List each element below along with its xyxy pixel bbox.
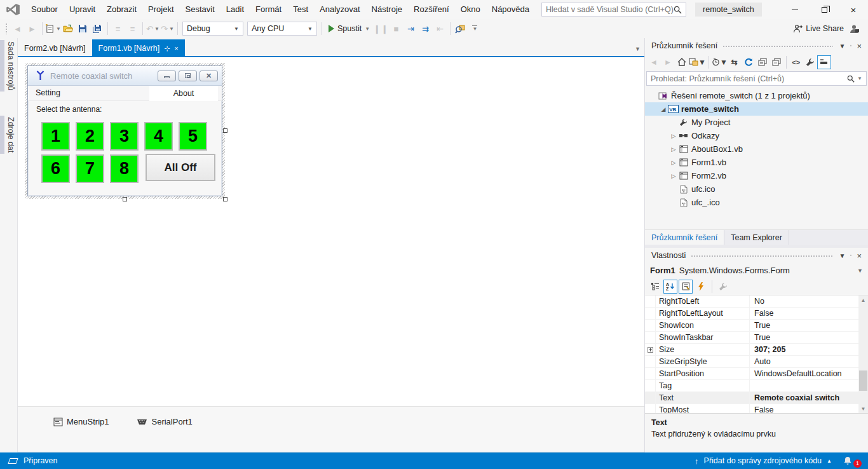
property-value[interactable] (750, 380, 858, 391)
start-debugging-button[interactable]: Spustit ▼ (325, 24, 374, 33)
solution-explorer-header[interactable]: Průzkumník řešení ▼ × (645, 38, 868, 53)
bottom-tab-team-explorer[interactable]: Team Explorer (724, 230, 789, 245)
menu-napoveda[interactable]: Nápověda (486, 0, 535, 19)
navigate-back-button[interactable]: ◄ (10, 22, 25, 36)
document-list-dropdown-icon[interactable]: ▼ (635, 46, 641, 52)
antenna-button-8[interactable]: 8 (110, 154, 139, 183)
property-pages-button[interactable] (716, 280, 730, 294)
property-row-text[interactable]: TextRemote coaxial switch (645, 392, 858, 404)
tree-item-remote-switch[interactable]: ◢VBremote_switch (645, 102, 868, 116)
forward-button[interactable]: ► (661, 55, 675, 69)
data-sources-tab[interactable]: Zdroje dat (0, 116, 17, 154)
menu-soubor[interactable]: Soubor (25, 0, 64, 19)
expander-icon[interactable]: ▷ (669, 160, 678, 166)
property-row-showicon[interactable]: ShowIconTrue (645, 320, 858, 332)
menu-analyzovat[interactable]: Analyzovat (314, 0, 366, 19)
find-in-files-button[interactable] (453, 22, 468, 36)
antenna-button-4[interactable]: 4 (144, 122, 173, 151)
antenna-button-6[interactable]: 6 (41, 154, 70, 183)
pin-icon[interactable] (848, 252, 854, 259)
pause-button[interactable]: ❙❙ (374, 22, 389, 36)
home-button[interactable] (675, 55, 689, 69)
property-value[interactable]: False (750, 308, 858, 319)
expander-icon[interactable]: ▷ (669, 146, 678, 153)
close-tab-icon[interactable]: × (174, 44, 178, 52)
live-share-button[interactable]: Live Share (793, 24, 844, 33)
tree-item-form1-vb[interactable]: ▷Form1.vb (645, 156, 868, 169)
property-row-righttoleft[interactable]: RightToLeftNo (645, 296, 858, 308)
property-value[interactable]: False (750, 404, 858, 413)
tree-item-form2-vb[interactable]: ▷Form2.vb (645, 169, 868, 182)
pending-changes-filter-button[interactable]: ▼ (712, 55, 728, 69)
new-project-button[interactable]: ▼ (45, 22, 61, 36)
document-tab-2[interactable]: Form1.vb [Návrh]⊹× (92, 39, 185, 57)
properties-view-button[interactable] (679, 280, 693, 294)
toolbar-overflow-button[interactable]: ▼ (468, 22, 482, 36)
chevron-down-icon[interactable]: ▼ (837, 43, 848, 50)
refresh-button[interactable] (742, 55, 756, 69)
property-row-showintaskbar[interactable]: ShowInTaskbarTrue (645, 332, 858, 344)
form-close-button[interactable]: ✕ (200, 71, 218, 81)
categorized-button[interactable] (648, 280, 662, 294)
show-all-files-button[interactable] (770, 55, 783, 69)
property-grid-scrollbar[interactable]: ▲ ▼ (858, 296, 868, 413)
menu-zobrazit[interactable]: Zobrazit (101, 0, 142, 19)
object-selector[interactable]: Form1 System.Windows.Forms.Form ▼ (645, 263, 868, 278)
form-minimize-button[interactable] (158, 71, 176, 81)
tree-item-odkazy[interactable]: ▷Odkazy (645, 129, 868, 142)
form-maximize-button[interactable] (179, 71, 197, 81)
save-button[interactable] (76, 22, 90, 36)
view-code-button[interactable]: <> (789, 55, 803, 69)
quick-search-box[interactable]: Hledat v sadě Visual Studio (Ctrl+Q) (541, 3, 686, 17)
add-to-source-control-button[interactable]: Přidat do správy zdrojového kódu (704, 456, 822, 465)
tree-item-ufc-ico[interactable]: ufc.ico (645, 182, 868, 196)
antenna-button-5[interactable]: 5 (179, 122, 207, 151)
property-row-righttoleftlayout[interactable]: RightToLeftLayoutFalse (645, 308, 858, 320)
events-button[interactable] (694, 280, 708, 294)
document-tab-1[interactable]: Form2.vb [Návrh] (18, 39, 92, 57)
menu-item-setting[interactable]: Setting (36, 88, 60, 97)
property-value[interactable]: WindowsDefaultLocation (750, 368, 858, 379)
resize-grip-right[interactable] (223, 128, 227, 133)
alphabetical-sort-button[interactable]: AZ (663, 280, 677, 294)
expander-icon[interactable]: ◢ (659, 106, 668, 112)
stop-button[interactable]: ■ (389, 22, 403, 36)
collapse-all-button[interactable] (817, 55, 831, 69)
navigate-forward-button[interactable]: ► (25, 22, 39, 36)
close-icon[interactable]: × (854, 41, 864, 51)
user-account-icon[interactable] (849, 24, 859, 34)
bottom-tab-solution-explorer[interactable]: Průzkumník řešení (645, 230, 724, 245)
property-value[interactable]: True (750, 332, 858, 343)
expander-icon[interactable]: ▷ (669, 173, 678, 179)
step-over-button[interactable]: ⇉ (418, 22, 433, 36)
antenna-button-1[interactable]: 1 (41, 122, 70, 151)
menu-test[interactable]: Test (287, 0, 314, 19)
menustrip-component[interactable]: MenuStrip1 (53, 417, 109, 426)
property-row-size[interactable]: Size307; 205 (645, 344, 858, 356)
save-all-button[interactable] (90, 22, 105, 36)
switch-views-button[interactable]: ▼ (689, 55, 706, 69)
menu-ladit[interactable]: Ladit (220, 0, 250, 19)
indent-button[interactable]: ≡ (125, 22, 140, 36)
property-row-tag[interactable]: Tag (645, 380, 858, 392)
expander-icon[interactable]: ▷ (669, 133, 678, 139)
notification-count-badge[interactable]: 1 (853, 459, 862, 468)
property-row-topmost[interactable]: TopMostFalse (645, 404, 858, 413)
restore-button[interactable] (810, 0, 839, 19)
tree-item-my-project[interactable]: My Project (645, 116, 868, 129)
antenna-button-7[interactable]: 7 (76, 154, 104, 183)
step-out-button[interactable]: ⇤ (433, 22, 447, 36)
all-off-button[interactable]: All Off (146, 154, 215, 181)
menu-okno[interactable]: Okno (455, 0, 486, 19)
properties-header[interactable]: Vlastnosti ▼ × (645, 248, 868, 263)
sync-with-active-document-button[interactable]: ⇆ (728, 55, 742, 69)
menu-projekt[interactable]: Projekt (142, 0, 179, 19)
property-value[interactable]: True (750, 320, 858, 331)
back-button[interactable]: ◄ (647, 55, 661, 69)
pin-icon[interactable]: ⊹ (164, 44, 170, 53)
tree-item-aboutbox1-vb[interactable]: ▷AboutBox1.vb (645, 142, 868, 156)
toolbox-tab[interactable]: Sada nástrojů (0, 40, 17, 92)
scroll-down-icon[interactable]: ▼ (858, 404, 868, 413)
scroll-up-icon[interactable]: ▲ (858, 296, 868, 304)
minimize-button[interactable] (780, 0, 810, 19)
